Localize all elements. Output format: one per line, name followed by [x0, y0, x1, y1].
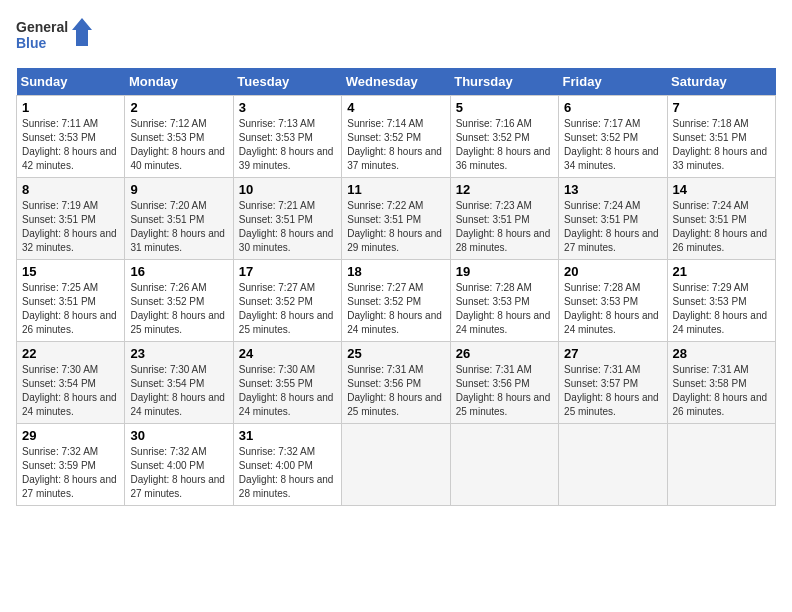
- calendar-cell: 14 Sunrise: 7:24 AM Sunset: 3:51 PM Dayl…: [667, 178, 775, 260]
- calendar-cell: 24 Sunrise: 7:30 AM Sunset: 3:55 PM Dayl…: [233, 342, 341, 424]
- day-number: 20: [564, 264, 661, 279]
- calendar-cell: 21 Sunrise: 7:29 AM Sunset: 3:53 PM Dayl…: [667, 260, 775, 342]
- calendar-cell: 3 Sunrise: 7:13 AM Sunset: 3:53 PM Dayli…: [233, 96, 341, 178]
- day-number: 8: [22, 182, 119, 197]
- day-info: Sunrise: 7:31 AM Sunset: 3:57 PM Dayligh…: [564, 363, 661, 419]
- calendar-cell: 30 Sunrise: 7:32 AM Sunset: 4:00 PM Dayl…: [125, 424, 233, 506]
- weekday-header: Saturday: [667, 68, 775, 96]
- calendar-cell: 9 Sunrise: 7:20 AM Sunset: 3:51 PM Dayli…: [125, 178, 233, 260]
- calendar-cell: 17 Sunrise: 7:27 AM Sunset: 3:52 PM Dayl…: [233, 260, 341, 342]
- day-number: 17: [239, 264, 336, 279]
- day-number: 28: [673, 346, 770, 361]
- day-number: 18: [347, 264, 444, 279]
- day-info: Sunrise: 7:12 AM Sunset: 3:53 PM Dayligh…: [130, 117, 227, 173]
- calendar-cell: 15 Sunrise: 7:25 AM Sunset: 3:51 PM Dayl…: [17, 260, 125, 342]
- day-number: 9: [130, 182, 227, 197]
- page-header: General Blue: [16, 16, 776, 56]
- day-info: Sunrise: 7:25 AM Sunset: 3:51 PM Dayligh…: [22, 281, 119, 337]
- weekday-header: Wednesday: [342, 68, 450, 96]
- calendar-cell: 4 Sunrise: 7:14 AM Sunset: 3:52 PM Dayli…: [342, 96, 450, 178]
- calendar-cell: 5 Sunrise: 7:16 AM Sunset: 3:52 PM Dayli…: [450, 96, 558, 178]
- day-info: Sunrise: 7:24 AM Sunset: 3:51 PM Dayligh…: [564, 199, 661, 255]
- day-number: 24: [239, 346, 336, 361]
- svg-text:General: General: [16, 19, 68, 35]
- day-info: Sunrise: 7:28 AM Sunset: 3:53 PM Dayligh…: [456, 281, 553, 337]
- calendar-cell: [667, 424, 775, 506]
- weekday-header: Monday: [125, 68, 233, 96]
- calendar-cell: 2 Sunrise: 7:12 AM Sunset: 3:53 PM Dayli…: [125, 96, 233, 178]
- calendar-cell: [559, 424, 667, 506]
- day-number: 26: [456, 346, 553, 361]
- calendar-table: SundayMondayTuesdayWednesdayThursdayFrid…: [16, 68, 776, 506]
- day-number: 11: [347, 182, 444, 197]
- day-number: 6: [564, 100, 661, 115]
- day-number: 21: [673, 264, 770, 279]
- day-info: Sunrise: 7:27 AM Sunset: 3:52 PM Dayligh…: [347, 281, 444, 337]
- calendar-cell: 13 Sunrise: 7:24 AM Sunset: 3:51 PM Dayl…: [559, 178, 667, 260]
- calendar-week-row: 29 Sunrise: 7:32 AM Sunset: 3:59 PM Dayl…: [17, 424, 776, 506]
- calendar-week-row: 1 Sunrise: 7:11 AM Sunset: 3:53 PM Dayli…: [17, 96, 776, 178]
- day-info: Sunrise: 7:16 AM Sunset: 3:52 PM Dayligh…: [456, 117, 553, 173]
- calendar-cell: 31 Sunrise: 7:32 AM Sunset: 4:00 PM Dayl…: [233, 424, 341, 506]
- day-info: Sunrise: 7:19 AM Sunset: 3:51 PM Dayligh…: [22, 199, 119, 255]
- calendar-cell: 27 Sunrise: 7:31 AM Sunset: 3:57 PM Dayl…: [559, 342, 667, 424]
- day-info: Sunrise: 7:32 AM Sunset: 3:59 PM Dayligh…: [22, 445, 119, 501]
- calendar-cell: 18 Sunrise: 7:27 AM Sunset: 3:52 PM Dayl…: [342, 260, 450, 342]
- day-info: Sunrise: 7:24 AM Sunset: 3:51 PM Dayligh…: [673, 199, 770, 255]
- day-number: 30: [130, 428, 227, 443]
- day-number: 27: [564, 346, 661, 361]
- day-number: 15: [22, 264, 119, 279]
- calendar-week-row: 8 Sunrise: 7:19 AM Sunset: 3:51 PM Dayli…: [17, 178, 776, 260]
- day-info: Sunrise: 7:22 AM Sunset: 3:51 PM Dayligh…: [347, 199, 444, 255]
- day-info: Sunrise: 7:13 AM Sunset: 3:53 PM Dayligh…: [239, 117, 336, 173]
- calendar-cell: 8 Sunrise: 7:19 AM Sunset: 3:51 PM Dayli…: [17, 178, 125, 260]
- day-info: Sunrise: 7:28 AM Sunset: 3:53 PM Dayligh…: [564, 281, 661, 337]
- weekday-header: Friday: [559, 68, 667, 96]
- calendar-cell: 25 Sunrise: 7:31 AM Sunset: 3:56 PM Dayl…: [342, 342, 450, 424]
- logo: General Blue: [16, 16, 96, 56]
- day-info: Sunrise: 7:30 AM Sunset: 3:54 PM Dayligh…: [22, 363, 119, 419]
- weekday-header: Sunday: [17, 68, 125, 96]
- day-number: 2: [130, 100, 227, 115]
- calendar-cell: 10 Sunrise: 7:21 AM Sunset: 3:51 PM Dayl…: [233, 178, 341, 260]
- svg-marker-2: [72, 18, 92, 46]
- day-number: 10: [239, 182, 336, 197]
- calendar-cell: 11 Sunrise: 7:22 AM Sunset: 3:51 PM Dayl…: [342, 178, 450, 260]
- logo-svg: General Blue: [16, 16, 96, 56]
- weekday-header: Thursday: [450, 68, 558, 96]
- day-number: 29: [22, 428, 119, 443]
- day-info: Sunrise: 7:20 AM Sunset: 3:51 PM Dayligh…: [130, 199, 227, 255]
- day-info: Sunrise: 7:31 AM Sunset: 3:58 PM Dayligh…: [673, 363, 770, 419]
- day-number: 4: [347, 100, 444, 115]
- day-info: Sunrise: 7:21 AM Sunset: 3:51 PM Dayligh…: [239, 199, 336, 255]
- calendar-cell: 16 Sunrise: 7:26 AM Sunset: 3:52 PM Dayl…: [125, 260, 233, 342]
- day-info: Sunrise: 7:31 AM Sunset: 3:56 PM Dayligh…: [347, 363, 444, 419]
- calendar-cell: 22 Sunrise: 7:30 AM Sunset: 3:54 PM Dayl…: [17, 342, 125, 424]
- day-number: 19: [456, 264, 553, 279]
- day-number: 16: [130, 264, 227, 279]
- day-number: 25: [347, 346, 444, 361]
- day-info: Sunrise: 7:17 AM Sunset: 3:52 PM Dayligh…: [564, 117, 661, 173]
- calendar-cell: 23 Sunrise: 7:30 AM Sunset: 3:54 PM Dayl…: [125, 342, 233, 424]
- calendar-cell: 20 Sunrise: 7:28 AM Sunset: 3:53 PM Dayl…: [559, 260, 667, 342]
- weekday-header: Tuesday: [233, 68, 341, 96]
- calendar-cell: 1 Sunrise: 7:11 AM Sunset: 3:53 PM Dayli…: [17, 96, 125, 178]
- day-number: 5: [456, 100, 553, 115]
- day-info: Sunrise: 7:31 AM Sunset: 3:56 PM Dayligh…: [456, 363, 553, 419]
- day-info: Sunrise: 7:32 AM Sunset: 4:00 PM Dayligh…: [239, 445, 336, 501]
- day-info: Sunrise: 7:26 AM Sunset: 3:52 PM Dayligh…: [130, 281, 227, 337]
- day-number: 7: [673, 100, 770, 115]
- day-number: 12: [456, 182, 553, 197]
- day-number: 14: [673, 182, 770, 197]
- day-info: Sunrise: 7:11 AM Sunset: 3:53 PM Dayligh…: [22, 117, 119, 173]
- calendar-cell: [342, 424, 450, 506]
- calendar-cell: 7 Sunrise: 7:18 AM Sunset: 3:51 PM Dayli…: [667, 96, 775, 178]
- calendar-cell: 29 Sunrise: 7:32 AM Sunset: 3:59 PM Dayl…: [17, 424, 125, 506]
- calendar-cell: 19 Sunrise: 7:28 AM Sunset: 3:53 PM Dayl…: [450, 260, 558, 342]
- day-number: 3: [239, 100, 336, 115]
- day-number: 13: [564, 182, 661, 197]
- day-number: 1: [22, 100, 119, 115]
- calendar-week-row: 22 Sunrise: 7:30 AM Sunset: 3:54 PM Dayl…: [17, 342, 776, 424]
- day-number: 31: [239, 428, 336, 443]
- day-info: Sunrise: 7:14 AM Sunset: 3:52 PM Dayligh…: [347, 117, 444, 173]
